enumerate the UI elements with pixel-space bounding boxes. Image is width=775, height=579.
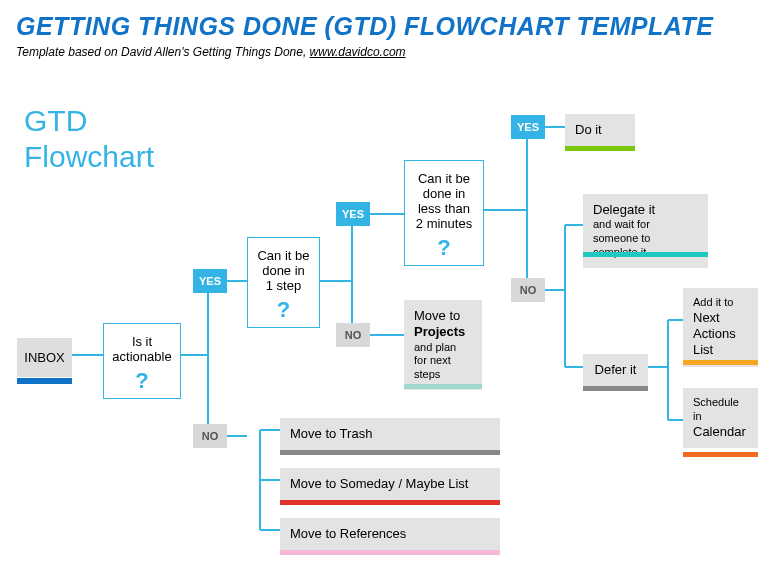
action-doit: Do it [565, 114, 635, 146]
action-nextactions: Add it to Next Actions List [683, 288, 758, 367]
yes-badge: YES [511, 115, 545, 139]
delegate-underline [583, 252, 708, 257]
action-trash: Move to Trash [280, 418, 500, 450]
doit-underline [565, 146, 635, 151]
action-projects-l3: and plan for next steps [414, 341, 472, 382]
references-underline [280, 550, 500, 555]
decision-actionable: Is it actionable ? [103, 323, 181, 399]
projects-underline [404, 384, 482, 389]
nextactions-underline [683, 360, 758, 365]
source-link[interactable]: www.davidco.com [310, 45, 406, 59]
decision-onestep: Can it be done in 1 step ? [247, 237, 320, 328]
action-calendar: Schedule in Calendar [683, 388, 758, 448]
no-badge: NO [193, 424, 227, 448]
decision-onestep-l2: done in [262, 263, 305, 278]
subtitle: Template based on David Allen's Getting … [0, 45, 775, 59]
decision-twomin-l2: done in [423, 186, 466, 201]
action-calendar-l1: Schedule in [693, 396, 748, 424]
question-mark-icon: ? [413, 235, 475, 261]
action-projects: Move to Projects and plan for next steps [404, 300, 482, 390]
someday-underline [280, 500, 500, 505]
decision-twomin-l4: 2 minutes [416, 216, 472, 231]
yes-badge: YES [193, 269, 227, 293]
chart-title: GTD Flowchart [24, 103, 154, 175]
question-mark-icon: ? [256, 297, 311, 323]
chart-title-line1: GTD [24, 104, 87, 137]
calendar-underline [683, 452, 758, 457]
page-title: GETTING THINGS DONE (GTD) FLOWCHART TEMP… [0, 0, 775, 45]
action-calendar-l2: Calendar [693, 424, 746, 439]
no-badge: NO [511, 278, 545, 302]
chart-title-line2: Flowchart [24, 140, 154, 173]
question-mark-icon: ? [112, 368, 172, 394]
defer-underline [583, 386, 648, 391]
subtitle-text: Template based on David Allen's Getting … [16, 45, 310, 59]
action-defer: Defer it [583, 354, 648, 386]
decision-twomin: Can it be done in less than 2 minutes ? [404, 160, 484, 266]
trash-underline [280, 450, 500, 455]
action-projects-l2: Projects [414, 324, 465, 339]
action-delegate-l1: Delegate it [593, 202, 655, 217]
decision-onestep-l3: 1 step [266, 278, 301, 293]
decision-twomin-l1: Can it be [418, 171, 470, 186]
no-badge: NO [336, 323, 370, 347]
action-references: Move to References [280, 518, 500, 550]
action-nextactions-l1: Add it to [693, 296, 748, 310]
action-nextactions-l2: Next Actions List [693, 310, 736, 358]
inbox-node: INBOX [17, 338, 72, 377]
action-someday: Move to Someday / Maybe List [280, 468, 500, 500]
decision-onestep-l1: Can it be [257, 248, 309, 263]
yes-badge: YES [336, 202, 370, 226]
decision-twomin-l3: less than [418, 201, 470, 216]
action-projects-l1: Move to [414, 308, 460, 323]
inbox-underline [17, 378, 72, 384]
decision-actionable-text: Is it actionable [112, 334, 171, 364]
